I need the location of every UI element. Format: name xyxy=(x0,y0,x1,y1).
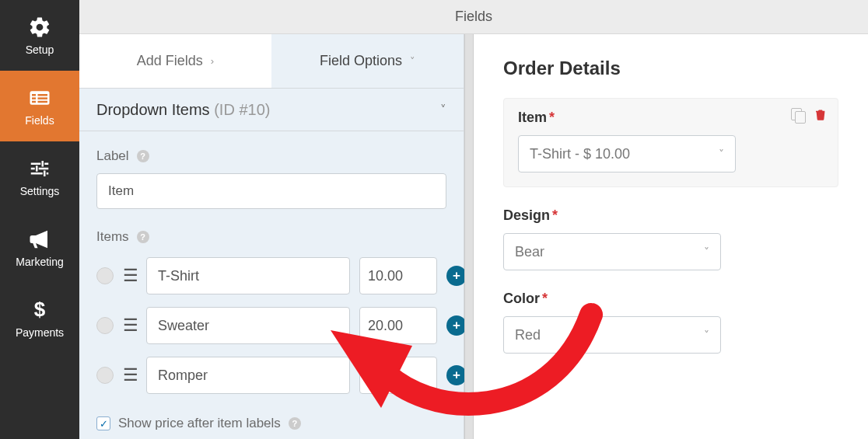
svg-rect-2 xyxy=(32,97,36,99)
panel-divider[interactable] xyxy=(464,34,474,439)
required-indicator: * xyxy=(552,207,558,223)
item-price-input[interactable] xyxy=(359,307,437,344)
color-select[interactable]: Red ˅ xyxy=(503,316,721,354)
form-icon xyxy=(28,86,51,110)
default-radio[interactable] xyxy=(96,317,114,334)
field-label: Design* xyxy=(503,207,838,224)
tab-label: Field Options xyxy=(320,53,402,69)
field-label: Color* xyxy=(503,291,838,307)
label-input[interactable] xyxy=(96,173,446,209)
sidebar-item-settings[interactable]: Settings xyxy=(0,141,79,212)
item-select[interactable]: T-Shirt - $ 10.00 ˅ xyxy=(518,135,736,172)
sliders-icon xyxy=(28,157,51,180)
topbar: Fields xyxy=(79,0,868,34)
sidebar-label: Settings xyxy=(20,185,60,197)
preview-field-design[interactable]: Design* Bear ˅ xyxy=(503,207,838,270)
svg-rect-3 xyxy=(32,100,36,103)
svg-rect-1 xyxy=(32,94,36,96)
design-select[interactable]: Bear ˅ xyxy=(503,233,721,270)
item-row: ☰ + − xyxy=(96,307,446,344)
item-row: ☰ + − xyxy=(96,257,446,294)
select-value: Red xyxy=(515,327,541,343)
drag-handle-icon[interactable]: ☰ xyxy=(123,317,137,334)
chevron-down-icon: ˅ xyxy=(719,148,724,160)
sidebar-label: Fields xyxy=(25,114,54,127)
item-price-input[interactable] xyxy=(359,257,437,294)
item-price-input[interactable] xyxy=(359,357,437,394)
preview-field-color[interactable]: Color* Red ˅ xyxy=(503,291,838,354)
preview-field-item[interactable]: Item* T-Shirt - $ 10.00 ˅ xyxy=(503,98,838,187)
section-title: Dropdown Items (ID #10) xyxy=(96,101,270,119)
field-label: Item* xyxy=(518,110,824,126)
options-panel: Add Fields › Field Options ˅ Dropdown It… xyxy=(79,34,464,439)
svg-rect-5 xyxy=(38,97,48,99)
default-radio[interactable] xyxy=(96,367,114,384)
chevron-down-icon: ˅ xyxy=(440,103,446,117)
tab-field-options[interactable]: Field Options ˅ xyxy=(271,34,464,88)
sidebar-item-payments[interactable]: $ Payments xyxy=(0,283,79,354)
section-header[interactable]: Dropdown Items (ID #10) ˅ xyxy=(79,89,464,131)
svg-rect-4 xyxy=(38,94,48,96)
help-icon[interactable]: ? xyxy=(289,417,301,430)
trash-icon[interactable] xyxy=(814,108,827,125)
help-icon[interactable]: ? xyxy=(137,231,149,243)
sidebar-item-marketing[interactable]: Marketing xyxy=(0,212,79,283)
sidebar-label: Setup xyxy=(26,44,54,56)
main-area: Fields Add Fields › Field Options ˅ xyxy=(79,0,868,439)
svg-rect-6 xyxy=(38,100,48,103)
select-value: Bear xyxy=(515,244,544,260)
select-value: T-Shirt - $ 10.00 xyxy=(530,146,630,162)
tab-label: Add Fields xyxy=(137,53,203,69)
sidebar-label: Payments xyxy=(16,326,64,339)
sidebar-item-setup[interactable]: Setup xyxy=(0,0,79,71)
gear-icon xyxy=(28,16,51,39)
duplicate-icon[interactable] xyxy=(791,108,805,122)
show-price-label: Show price after item labels xyxy=(118,416,281,431)
chevron-down-icon: ˅ xyxy=(410,55,415,67)
item-row: ☰ + − xyxy=(96,357,446,394)
section-id: (ID #10) xyxy=(214,101,270,118)
tab-add-fields[interactable]: Add Fields › xyxy=(79,34,271,88)
item-name-input[interactable] xyxy=(146,357,350,394)
drag-handle-icon[interactable]: ☰ xyxy=(123,367,137,384)
label-label: Label ? xyxy=(96,148,446,164)
sidebar: Setup Fields Settings Marketing $ Paymen… xyxy=(0,0,79,439)
form-title: Order Details xyxy=(503,57,838,79)
chevron-down-icon: ˅ xyxy=(704,246,709,258)
sidebar-item-fields[interactable]: Fields xyxy=(0,71,79,141)
chevron-down-icon: ˅ xyxy=(704,329,709,341)
bullhorn-icon xyxy=(28,228,51,251)
page-title: Fields xyxy=(455,9,492,25)
form-preview: Order Details Item* T-Shirt - $ 10.00 ˅ xyxy=(474,34,868,439)
show-price-checkbox[interactable]: ✓ xyxy=(96,416,110,430)
dollar-icon: $ xyxy=(28,298,51,322)
sidebar-label: Marketing xyxy=(16,256,63,268)
item-name-input[interactable] xyxy=(146,257,350,294)
drag-handle-icon[interactable]: ☰ xyxy=(123,267,137,284)
help-icon[interactable]: ? xyxy=(137,150,149,162)
required-indicator: * xyxy=(549,110,555,125)
default-radio[interactable] xyxy=(96,267,114,284)
item-name-input[interactable] xyxy=(146,307,350,344)
items-label: Items ? xyxy=(96,229,446,245)
required-indicator: * xyxy=(542,291,548,306)
chevron-right-icon: › xyxy=(211,55,214,67)
